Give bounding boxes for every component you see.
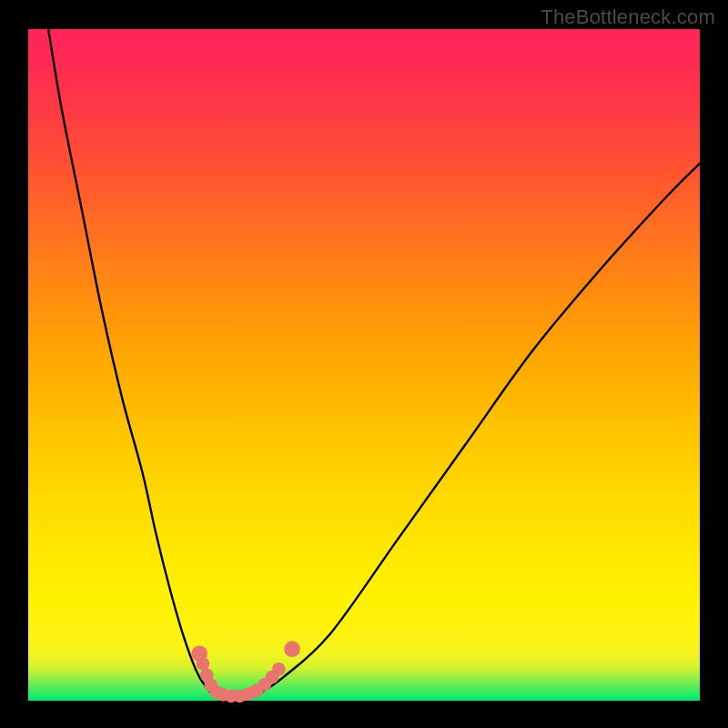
chart-frame: TheBottleneck.com — [0, 0, 728, 728]
curve-marker — [284, 641, 300, 657]
bottleneck-curve — [48, 29, 700, 697]
curve-marker — [272, 662, 286, 676]
plot-area — [28, 29, 700, 701]
curve-marker — [197, 657, 210, 671]
chart-svg — [28, 29, 700, 701]
bottleneck-curve-path — [48, 29, 700, 697]
attribution-text: TheBottleneck.com — [541, 5, 715, 29]
curve-markers — [191, 641, 300, 703]
